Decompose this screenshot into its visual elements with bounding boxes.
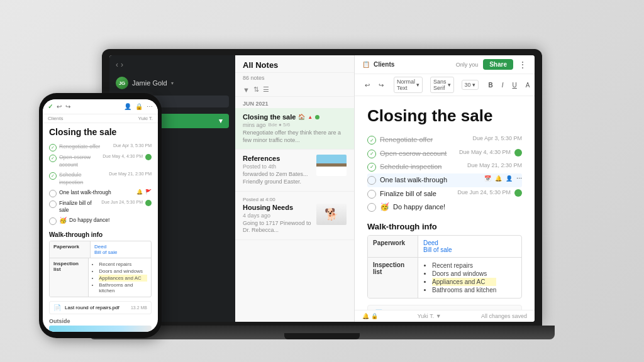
phone-breadcrumb-row: Clients Yuki T. [43, 114, 158, 123]
notes-list-header: All Notes [235, 55, 354, 73]
editor-footer: 🔔 🔒 Yuki T. ▼ All changes saved [355, 310, 535, 322]
editor-content: Closing the sale Renegotiate offer Due A… [355, 96, 535, 310]
phone-check-icon[interactable]: ✓ [48, 103, 53, 110]
phone-task-due-1: Due Apr 3, 5:30 PM [113, 143, 152, 148]
phone-table-content-2: Recent repairs Doors and windows Applian… [89, 258, 151, 297]
info-table: Paperwork Deed Bill of sale Inspection l… [367, 235, 522, 299]
editor-topbar: 📋 Clients Only you Share ⋮ [355, 55, 535, 74]
format-dropdown[interactable]: Normal Text ▾ [394, 77, 423, 93]
laptop-bezel: ‹ › JG Jamie Gold ▾ 🔍 Search [102, 49, 542, 326]
phone-task-due-3: Due May 21, 2:30 PM [109, 172, 152, 176]
task-checkbox-6[interactable] [367, 203, 376, 212]
phone-attachment[interactable]: 📄 Last round of repairs.pdf 13.2 MB [49, 301, 152, 314]
phone-attachment-name: Last round of repairs.pdf [65, 305, 119, 310]
undo-button[interactable]: ↩ [362, 80, 372, 90]
size-dropdown[interactable]: 30 ▾ [462, 80, 479, 90]
phone-task-check-5[interactable] [49, 200, 57, 208]
app-container: ‹ › JG Jamie Gold ▾ 🔍 Search [109, 55, 535, 322]
phone-task-label-1: Renegotiate offer [59, 143, 111, 151]
laptop-notch [284, 333, 360, 339]
phone-task-due-2: Due May 4, 4:30 PM [103, 154, 143, 158]
underline-button[interactable]: U [510, 80, 519, 90]
green-dot-5 [514, 189, 522, 197]
phone-user-icon[interactable]: 👤 [124, 103, 131, 110]
phone-task-label-5: Finalize bill of sale [59, 200, 99, 215]
editor: 📋 Clients Only you Share ⋮ ↩ [355, 55, 535, 322]
italic-button[interactable]: I [499, 80, 506, 90]
user-row[interactable]: JG Jamie Gold ▾ [109, 74, 235, 92]
info-table-header-2: Inspection list [368, 258, 418, 298]
laptop: ‹ › JG Jamie Gold ▾ 🔍 Search [96, 49, 548, 351]
note-item-2[interactable]: References Posted to 4th forwarded to Ze… [235, 150, 354, 191]
phone-more-icon[interactable]: ⋯ [147, 103, 153, 110]
task-label-5: Finalize bill of sale [380, 189, 453, 199]
task-label-4: One last walk-through [380, 175, 478, 185]
inspection-item-4: Bathrooms and kitchen [432, 286, 496, 294]
inspection-item-1: Recent repairs [432, 261, 496, 270]
note-title-3: Housing Needs [243, 204, 314, 211]
task-checkbox-1[interactable] [367, 136, 376, 145]
back-arrow-icon[interactable]: ‹ [116, 60, 118, 69]
view-icon[interactable]: ☰ [263, 85, 269, 94]
task-item-4: One last walk-through 📅 🔔 👤 ⋯ [367, 173, 522, 187]
chevron-icon: ▾ [171, 80, 174, 86]
sidebar-header: ‹ › [109, 55, 235, 74]
sort-icon[interactable]: ⇅ [253, 85, 259, 94]
phone-task-emoji-6: 🥳 [59, 217, 67, 224]
chevron-down-icon: ▾ [219, 117, 223, 125]
phone-pdf-icon: 📄 [53, 304, 61, 311]
phone-redo-icon[interactable]: ↪ [65, 103, 70, 110]
phone-table-header-1: Paperwork [50, 241, 91, 258]
task-checkbox-2[interactable] [367, 150, 376, 158]
phone-screen: ✓ ↩ ↪ 👤 🔒 ⋯ Clients Yuki T. Closing the … [43, 99, 158, 332]
text-color-button[interactable]: A [523, 80, 533, 90]
phone-deed-link[interactable]: Deed [94, 244, 106, 250]
footer-user[interactable]: Yuki T. ▼ [418, 313, 441, 319]
note-preview-1: Renegotiate offer they think there are a… [243, 129, 347, 144]
phone-table-row-2: Inspection list Recent repairs Doors and… [50, 258, 151, 297]
forward-arrow-icon[interactable]: › [121, 60, 123, 69]
phone-task-check-2[interactable] [49, 155, 57, 162]
phone-outside-label: Outside [49, 318, 152, 324]
note-item-3[interactable]: Posted at 4:00 Housing Needs 4 days ago … [235, 192, 354, 240]
phone-inspection-3: Appliances and AC [99, 275, 147, 282]
task-checkbox-4[interactable] [367, 176, 376, 185]
task-checkbox-5[interactable] [367, 190, 376, 199]
note-date-2: Posted to 4th [243, 163, 314, 170]
more-icon[interactable]: ⋮ [518, 60, 527, 70]
deed-link[interactable]: Deed [423, 239, 438, 246]
filter-icon[interactable]: ▼ [243, 86, 250, 94]
phone-lock-icon[interactable]: 🔒 [135, 103, 143, 110]
phone-undo-icon[interactable]: ↩ [57, 103, 62, 110]
task-due-2: Due May 4, 4:30 PM [459, 149, 511, 155]
phone-task-check-6[interactable] [49, 217, 57, 225]
note-image-3: 🐕 [316, 204, 347, 225]
share-button[interactable]: Share [483, 59, 513, 70]
phone-task-check-1[interactable] [49, 144, 57, 151]
tab-label: Clients [374, 61, 394, 68]
phone-attachment-size: 13.2 MB [131, 305, 147, 310]
editor-toolbar: ↩ ↪ Normal Text ▾ Sans Serif ▾ [355, 74, 535, 96]
note-date-1: mins ago [243, 122, 266, 128]
attachment[interactable]: 📄 Last round of repairs.pdf 13.2 MB [367, 305, 522, 310]
green-dot-2 [514, 149, 522, 156]
redo-button[interactable]: ↪ [376, 80, 386, 90]
phone-green-dot-2 [145, 154, 152, 160]
notes-list: All Notes 86 notes ▼ ⇅ ☰ JUN 2021 Closin… [235, 55, 355, 322]
phone-outside-image [49, 326, 152, 332]
font-dropdown[interactable]: Sans Serif ▾ [430, 77, 454, 93]
bill-of-sale-link[interactable]: Bill of sale [423, 246, 452, 253]
scene: ‹ › JG Jamie Gold ▾ 🔍 Search [20, 11, 624, 351]
task-item-2: Open escrow account Due May 4, 4:30 PM [367, 147, 522, 160]
phone-bill-link[interactable]: Bill of sale [94, 250, 117, 255]
task-checkbox-3[interactable] [367, 163, 376, 172]
footer-icons: 🔔 🔒 [362, 313, 378, 319]
phone-task-check-3[interactable] [49, 172, 57, 180]
task-label-2: Open escrow account [380, 149, 455, 158]
task-item-3: Schedule inspection Due May 21, 2:30 PM [367, 160, 522, 173]
note-item-1[interactable]: Closing the sale 🏠 ▲ mins ago Bde ● 5/6 … [235, 108, 354, 150]
phone-task-check-4[interactable] [49, 190, 57, 197]
tab-icon: 📋 [362, 61, 370, 68]
bold-button[interactable]: B [486, 80, 496, 90]
inspection-item-2: Doors and windows [432, 270, 496, 278]
